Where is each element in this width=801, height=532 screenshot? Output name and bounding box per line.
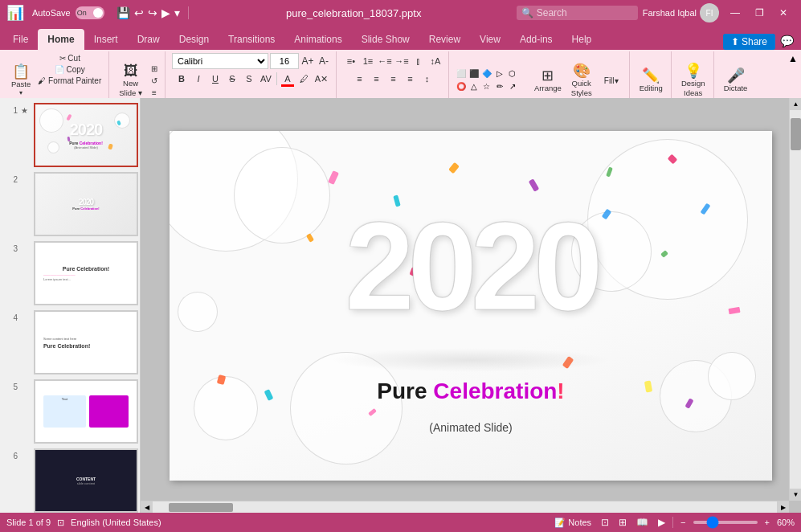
tab-review[interactable]: Review: [419, 29, 470, 50]
shape-item[interactable]: 🔷: [481, 68, 492, 79]
customize-qa-button[interactable]: ▾: [174, 6, 181, 20]
save-button[interactable]: 💾: [116, 6, 131, 20]
section-button[interactable]: ≡: [149, 88, 160, 98]
tab-addins[interactable]: Add-ins: [510, 29, 562, 50]
slide-thumb-3[interactable]: Pure Celebration! ────────────── Lorem i…: [34, 241, 138, 305]
increase-font-button[interactable]: A+: [300, 54, 315, 68]
quick-styles-button[interactable]: 🎨 Quick Styles: [568, 56, 595, 104]
align-center-button[interactable]: ≡: [368, 71, 384, 87]
shape-item[interactable]: ⬡: [507, 68, 518, 79]
redo-button[interactable]: ↪: [147, 6, 158, 20]
justify-button[interactable]: ≡: [402, 71, 418, 87]
close-button[interactable]: ✕: [772, 4, 795, 22]
new-slide-button[interactable]: 🖼 New Slide ▾: [116, 56, 145, 104]
notes-button[interactable]: 📝 Notes: [552, 518, 594, 528]
minimize-button[interactable]: —: [724, 4, 746, 22]
zoom-in-button[interactable]: +: [762, 518, 772, 527]
slide-sorter-button[interactable]: ⊞: [616, 517, 629, 528]
autosave-toggle[interactable]: On: [76, 6, 104, 19]
font-family-select[interactable]: Calibri: [172, 53, 268, 69]
shape-fill-button[interactable]: Fill▾: [599, 75, 624, 87]
restore-button[interactable]: ❐: [748, 4, 770, 22]
tab-view[interactable]: View: [470, 29, 510, 50]
tab-transitions[interactable]: Transitions: [219, 29, 284, 50]
shape-item[interactable]: ⬛: [468, 68, 480, 79]
slide-number: 4: [5, 310, 18, 322]
share-icon: ⬆: [731, 36, 739, 47]
reset-button[interactable]: ↺: [149, 76, 160, 86]
slide-thumb-4[interactable]: Some content text here Pure Celebration!: [34, 310, 138, 374]
zoom-out-button[interactable]: −: [678, 518, 688, 527]
shape-item[interactable]: ⭕: [456, 80, 467, 92]
reading-view-button[interactable]: 📖: [634, 517, 651, 528]
clear-format-button[interactable]: A✕: [313, 71, 329, 87]
tab-help[interactable]: Help: [562, 29, 602, 50]
scroll-left-button[interactable]: ◀: [141, 501, 153, 514]
strikethrough-button[interactable]: S: [224, 71, 240, 87]
title-bar: 📊 AutoSave On 💾 ↩ ↪ ▶ ▾ pure_celebration…: [0, 0, 801, 26]
design-ideas-icon: 💡: [685, 63, 702, 78]
shape-item[interactable]: ▷: [494, 68, 505, 79]
collapse-ribbon-button[interactable]: ▲: [788, 53, 798, 64]
scroll-thumb[interactable]: [791, 118, 801, 150]
font-size-input[interactable]: [270, 53, 299, 69]
dictate-button[interactable]: 🎤 Dictate: [721, 56, 751, 104]
slide-thumb-5[interactable]: Text: [34, 379, 138, 444]
format-painter-button[interactable]: 🖌 Format Painter: [35, 76, 104, 86]
columns-button[interactable]: ⫿: [411, 53, 427, 69]
slide-thumb-2[interactable]: 2020 Pure Celebration!: [34, 172, 138, 236]
comments-button[interactable]: 💬: [775, 32, 798, 50]
divider: [672, 517, 673, 528]
scroll-down-button[interactable]: ▼: [790, 489, 801, 501]
h-scroll-thumb[interactable]: [169, 503, 233, 512]
shape-item[interactable]: ✏: [494, 80, 505, 92]
bullets-button[interactable]: ≡•: [343, 53, 359, 69]
text-direction-button[interactable]: ↕A: [427, 53, 443, 69]
tab-design[interactable]: Design: [170, 29, 219, 50]
font-color-button[interactable]: A: [280, 71, 296, 87]
search-input[interactable]: [537, 7, 633, 18]
tab-slideshow[interactable]: Slide Show: [352, 29, 419, 50]
arrange-button[interactable]: ⊞ Arrange: [531, 56, 565, 104]
shadow-button[interactable]: S: [241, 71, 257, 87]
highlight-button[interactable]: 🖊: [296, 71, 313, 87]
char-spacing-button[interactable]: AV: [258, 71, 274, 87]
decrease-indent-button[interactable]: ←≡: [377, 53, 393, 69]
tab-insert[interactable]: Insert: [84, 29, 128, 50]
vertical-scrollbar[interactable]: ▲ ▼: [789, 98, 801, 501]
design-ideas-button[interactable]: 💡 Design Ideas: [678, 56, 709, 104]
slideshow-view-button[interactable]: ▶: [656, 517, 668, 528]
increase-indent-button[interactable]: →≡: [394, 53, 410, 69]
present-button[interactable]: ▶: [161, 6, 171, 20]
shape-item[interactable]: ↗: [507, 80, 518, 92]
tab-file[interactable]: File: [3, 29, 38, 50]
editing-button[interactable]: ✏️ Editing: [636, 56, 666, 104]
copy-button[interactable]: 📄 Copy: [35, 64, 104, 75]
zoom-slider[interactable]: [693, 521, 758, 524]
scroll-right-button[interactable]: ▶: [777, 501, 789, 514]
italic-button[interactable]: I: [190, 71, 206, 87]
align-left-button[interactable]: ≡: [351, 71, 367, 87]
shape-item[interactable]: ☆: [481, 80, 492, 92]
scroll-up-button[interactable]: ▲: [790, 98, 801, 110]
underline-button[interactable]: U: [207, 71, 223, 87]
shape-item[interactable]: ⬜: [456, 68, 467, 79]
slide-thumb-1[interactable]: 2020 Pure Celebration! (Animated Slide): [34, 103, 138, 167]
share-button[interactable]: ⬆ Share: [723, 34, 775, 50]
align-right-button[interactable]: ≡: [385, 71, 401, 87]
line-spacing-button[interactable]: ↕: [419, 71, 435, 87]
user-area[interactable]: Farshad Iqbal FI: [643, 3, 719, 23]
horizontal-scrollbar[interactable]: ◀ ▶: [141, 501, 789, 513]
shape-item[interactable]: △: [468, 80, 480, 92]
tab-home[interactable]: Home: [38, 29, 84, 50]
undo-button[interactable]: ↩: [133, 6, 145, 20]
tab-animations[interactable]: Animations: [284, 29, 351, 50]
numbering-button[interactable]: 1≡: [360, 53, 376, 69]
tab-draw[interactable]: Draw: [128, 29, 170, 50]
slide-thumb-6[interactable]: CONTENT slide content: [34, 448, 138, 513]
normal-view-button[interactable]: ⊡: [599, 517, 611, 528]
decrease-font-button[interactable]: A-: [317, 54, 331, 68]
layout-button[interactable]: ⊞: [149, 63, 160, 74]
bold-button[interactable]: B: [174, 71, 190, 87]
cut-button[interactable]: ✂ Cut: [35, 53, 104, 63]
